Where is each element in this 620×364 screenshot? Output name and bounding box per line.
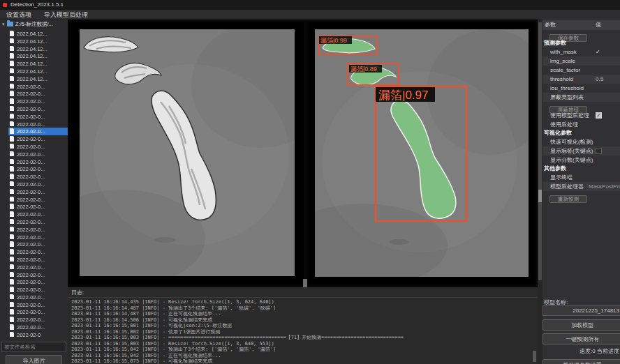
param-row[interactable]: threshold0.5 [542, 75, 620, 84]
file-icon [10, 136, 14, 142]
file-tree-item[interactable]: 2022-02-0... [0, 158, 68, 166]
log-title: 日志: [71, 289, 84, 296]
file-tree-item[interactable]: 2022-02-0... [0, 271, 68, 279]
file-tree-item[interactable]: 2022-02-0... [0, 264, 68, 271]
file-tree-item[interactable]: 2022-02-0... [0, 173, 68, 181]
file-icon [10, 128, 14, 134]
log-scrollbar[interactable] [533, 351, 536, 362]
file-tree-item[interactable]: 2022-02-0... [0, 294, 68, 301]
file-name: 2022-02-0... [17, 301, 45, 308]
file-tree-item[interactable]: 2022-02-0... [0, 165, 68, 173]
file-name: 2022-02-0... [17, 91, 45, 97]
param-action-button[interactable]: 重新预测 [549, 195, 587, 203]
file-name: 2022-02-0... [17, 158, 45, 165]
param-row[interactable]: 显示终端 [542, 173, 620, 182]
file-tree-item[interactable]: 2022-02-0... [0, 301, 68, 309]
menu-item-0[interactable]: 设置选项 [0, 10, 38, 20]
file-tree-item[interactable]: 2022-02-0... [0, 83, 68, 91]
param-name: 屏蔽类型列表 [550, 94, 584, 100]
params-scrollbar[interactable] [538, 20, 542, 364]
file-name: 2022-02-0... [17, 151, 45, 157]
file-name: 2022-02-0... [17, 174, 45, 180]
load-model-button[interactable]: 加载模型 [542, 319, 620, 331]
file-icon [10, 197, 14, 202]
file-tree-item[interactable]: 2022-02-0... [0, 234, 68, 241]
param-name: threshold [550, 76, 573, 82]
file-tree-item[interactable]: 2022-02-0... [0, 248, 68, 256]
param-name: 显示标签(关键点) [550, 148, 593, 154]
file-tree-item[interactable]: 2022-02-0... [0, 188, 68, 196]
file-tree-item[interactable]: 2022-02-0... [0, 316, 68, 324]
predict-all-button[interactable]: 一键预测所有 [542, 333, 620, 344]
file-icon [10, 159, 14, 165]
param-name: scale_factor [550, 67, 580, 73]
app-icon [3, 3, 8, 8]
file-icon [10, 68, 14, 74]
file-tree-item[interactable]: 2022.04.12... [0, 60, 68, 68]
original-image [80, 29, 295, 276]
model-name-field[interactable]: 20221225_174813 [542, 305, 620, 316]
file-tree-item[interactable]: 2022-02-0... [0, 135, 68, 143]
file-tree-item[interactable]: 2022-02-0... [0, 196, 68, 204]
checkbox[interactable]: ✓ [596, 112, 602, 119]
file-icon [10, 106, 14, 112]
file-tree-item[interactable]: 2022.04.12... [0, 45, 68, 53]
postprocess-settings-button[interactable]: 后处理参数设置 [542, 359, 620, 364]
import-images-button[interactable]: 导入图片 [6, 355, 62, 364]
file-tree-item[interactable]: 2022.04.12... [0, 38, 68, 45]
file-tree-item[interactable]: 2022-02-0... [0, 181, 68, 188]
param-row[interactable]: with_mask✓ [542, 47, 620, 56]
param-value: ✓ [596, 111, 602, 120]
panel-divider-handle[interactable] [303, 279, 307, 287]
file-tree-item[interactable]: 2022-02-0... [0, 226, 68, 234]
file-tree-item[interactable]: 2022-02-0... [0, 203, 68, 211]
param-name: 模型后处理器 [550, 183, 584, 190]
file-tree-item[interactable]: 2022-02-0... [0, 151, 68, 158]
file-icon [10, 144, 14, 149]
file-tree-item[interactable]: 2022-02-0... [0, 105, 68, 113]
param-row[interactable]: 屏蔽类型列表 [542, 93, 620, 102]
file-name: 2022-02-0... [17, 249, 45, 255]
file-tree-item[interactable]: 2022-02-0... [0, 121, 68, 128]
param-row[interactable]: 使用后处理 [542, 120, 620, 129]
file-tree-item[interactable]: 2022.04.12... [0, 52, 68, 60]
param-row[interactable]: scale_factor [542, 66, 620, 75]
file-tree-item[interactable]: 2022-02-0... [0, 113, 68, 121]
file-tree-item[interactable]: 2022.04.12... [0, 68, 68, 75]
file-tree-item[interactable]: 2022-02-0... [0, 286, 68, 294]
log-lines: 2023-01-11 16:16:14,435 |INFO| - Resize:… [71, 299, 531, 364]
file-tree-item[interactable]: 2022-02-0 [0, 331, 68, 339]
param-row[interactable]: img_scale [542, 56, 620, 66]
param-row[interactable]: 使用模型后处理✓ [542, 111, 620, 120]
file-name: 2022-02-0... [17, 218, 45, 225]
file-tree-item[interactable]: 2022-02-0... [0, 256, 68, 264]
file-tree-item[interactable]: 2022.04.12... [0, 75, 68, 83]
tree-root-folder[interactable]: ▾Z:/5-标注数据/... [0, 20, 68, 29]
log-line: 2023-01-11 16:16:14,506 |INFO| - 可视化预测结果… [71, 317, 531, 324]
file-tree-item[interactable]: 2022-02-0... [0, 143, 68, 151]
file-icon [10, 272, 14, 278]
file-tree-item[interactable]: 2022-02-0... [0, 98, 68, 105]
file-tree-item[interactable]: 2022-02-0... [8, 128, 68, 135]
param-row[interactable]: 显示分数(关键点) [542, 156, 620, 165]
file-tree-item[interactable]: 2022-02-0... [0, 241, 68, 248]
param-row[interactable]: 模型后处理器MaskPostPro [542, 182, 620, 191]
log-line: 2023-01-11 16:16:15,073 |INFO| - 可视化预测结果… [71, 358, 531, 364]
file-tree-item[interactable]: 2022-02-0... [0, 211, 68, 218]
file-tree-item[interactable]: 2022-02-0... [0, 218, 68, 226]
expand-arrow-icon[interactable]: ▾ [2, 20, 7, 29]
file-tree-item[interactable]: 2022-02-0... [0, 90, 68, 98]
param-value: MaskPostPro [589, 182, 620, 191]
file-tree-item[interactable]: 2022-02-0... [0, 324, 68, 331]
scrollbar-thumb[interactable] [538, 190, 542, 202]
checkbox[interactable] [596, 148, 602, 154]
file-name: 2022-02-0... [17, 166, 45, 172]
param-row[interactable]: 快速可视化(检测) [542, 137, 620, 146]
file-tree-item[interactable]: 2022-02-0... [0, 278, 68, 286]
menu-item-1[interactable]: 导入模型后处理 [38, 10, 94, 20]
search-input[interactable] [1, 342, 66, 352]
param-row[interactable]: 显示标签(关键点) [542, 146, 620, 156]
file-tree-item[interactable]: 2022-02-0... [0, 308, 68, 316]
param-row[interactable]: iou_threshold [542, 84, 620, 93]
file-tree-item[interactable]: 2022.04.12... [0, 30, 68, 38]
